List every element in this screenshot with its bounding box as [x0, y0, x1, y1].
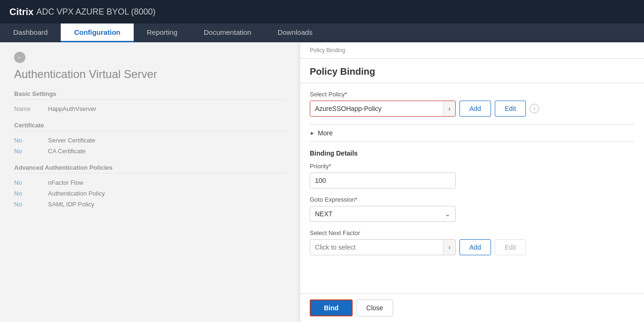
- policy-add-button[interactable]: Add: [459, 101, 491, 117]
- info-icon[interactable]: i: [530, 104, 539, 113]
- select-policy-arrow-button[interactable]: ›: [443, 101, 455, 116]
- goto-expression-select-wrap[interactable]: NEXT END USE_INVOCATION_RESULT ⌄: [310, 206, 456, 222]
- left-panel: ← Authentication Virtual Server Basic Se…: [0, 42, 300, 322]
- auth-policy-row: No Authentication Policy: [14, 190, 286, 197]
- goto-expression-select[interactable]: NEXT END USE_INVOCATION_RESULT: [310, 206, 440, 221]
- next-factor-input-wrap[interactable]: ›: [310, 239, 456, 255]
- brand: Citrix ADC VPX AZURE BYOL (8000): [9, 7, 156, 17]
- next-factor-edit-button: Edit: [495, 239, 526, 255]
- nav-downloads[interactable]: Downloads: [265, 24, 326, 42]
- back-icon: ←: [14, 52, 25, 63]
- main-content: ← Authentication Virtual Server Basic Se…: [0, 42, 644, 322]
- select-policy-group: Select Policy* › Add Edit i: [310, 91, 635, 117]
- policy-edit-button[interactable]: Edit: [495, 101, 526, 117]
- ca-cert-row: No CA Certificate: [14, 148, 286, 155]
- auth-policy-value: Authentication Policy: [48, 190, 105, 197]
- next-factor-label: Select Next Factor: [310, 229, 635, 236]
- server-cert-value: Server Certificate: [48, 137, 95, 144]
- server-cert-row: No Server Certificate: [14, 137, 286, 144]
- saml-value: SAML IDP Policy: [48, 201, 94, 208]
- certificate-section: Certificate No Server Certificate No CA …: [14, 122, 286, 155]
- certificate-title: Certificate: [14, 122, 286, 131]
- nfactor-value: nFactor Flow: [48, 179, 83, 186]
- nav-documentation[interactable]: Documentation: [191, 24, 265, 42]
- nav-configuration[interactable]: Configuration: [61, 24, 133, 42]
- dialog-footer: Bind Close: [300, 293, 644, 322]
- dialog-header: Policy Binding: [300, 59, 644, 83]
- priority-input[interactable]: [310, 173, 455, 188]
- dialog-breadcrumb: Policy Binding: [300, 42, 644, 59]
- name-label: Name: [14, 105, 42, 112]
- more-label: More: [318, 129, 333, 137]
- page-title: Authentication Virtual Server: [14, 68, 286, 81]
- more-section[interactable]: ► More: [310, 124, 635, 142]
- saml-policy-row: No SAML IDP Policy: [14, 201, 286, 208]
- next-factor-add-button[interactable]: Add: [459, 239, 491, 255]
- select-policy-input-wrap[interactable]: ›: [310, 101, 456, 117]
- basic-settings-title: Basic Settings: [14, 90, 286, 100]
- dialog-body: Select Policy* › Add Edit i ► More Bindi…: [300, 83, 644, 293]
- name-field-row: Name HappAuthVserver: [14, 105, 286, 112]
- next-factor-arrow-icon[interactable]: ›: [443, 240, 455, 255]
- priority-label: Priority*: [310, 163, 635, 170]
- ca-cert-value: CA Certificate: [48, 148, 85, 155]
- goto-chevron-icon: ⌄: [440, 206, 455, 221]
- ca-cert-no: No: [14, 148, 42, 155]
- server-cert-no: No: [14, 137, 42, 144]
- advanced-auth-title: Advanced Authentication Policies: [14, 164, 286, 173]
- priority-group: Priority*: [310, 163, 635, 188]
- app-title: ADC VPX AZURE BYOL (8000): [36, 7, 155, 17]
- saml-no: No: [14, 201, 42, 208]
- nfactor-row: No nFactor Flow: [14, 179, 286, 186]
- next-factor-row: › Add Edit: [310, 239, 635, 255]
- more-chevron-icon: ►: [310, 130, 315, 136]
- advanced-auth-section: Advanced Authentication Policies No nFac…: [14, 164, 286, 208]
- select-policy-input[interactable]: [310, 101, 443, 116]
- policy-binding-dialog: Policy Binding Policy Binding Select Pol…: [300, 42, 644, 322]
- select-policy-label: Select Policy*: [310, 91, 635, 98]
- nav-reporting[interactable]: Reporting: [134, 24, 191, 42]
- nfactor-no: No: [14, 179, 42, 186]
- main-nav: Dashboard Configuration Reporting Docume…: [0, 24, 644, 42]
- next-factor-group: Select Next Factor › Add Edit: [310, 229, 635, 255]
- next-factor-input[interactable]: [310, 240, 443, 255]
- basic-settings-section: Basic Settings Name HappAuthVserver: [14, 90, 286, 112]
- auth-policy-no: No: [14, 190, 42, 197]
- select-policy-row: › Add Edit i: [310, 101, 635, 117]
- nav-dashboard[interactable]: Dashboard: [0, 24, 61, 42]
- close-button[interactable]: Close: [356, 299, 393, 316]
- goto-expression-label: Goto Expression*: [310, 196, 635, 203]
- back-button[interactable]: ←: [14, 52, 286, 63]
- binding-details-title: Binding Details: [310, 149, 635, 157]
- goto-expression-group: Goto Expression* NEXT END USE_INVOCATION…: [310, 196, 635, 222]
- dialog-title: Policy Binding: [310, 66, 635, 77]
- app-header: Citrix ADC VPX AZURE BYOL (8000): [0, 0, 644, 24]
- bind-button[interactable]: Bind: [310, 299, 353, 316]
- citrix-logo: Citrix: [9, 7, 33, 17]
- name-value: HappAuthVserver: [48, 105, 97, 112]
